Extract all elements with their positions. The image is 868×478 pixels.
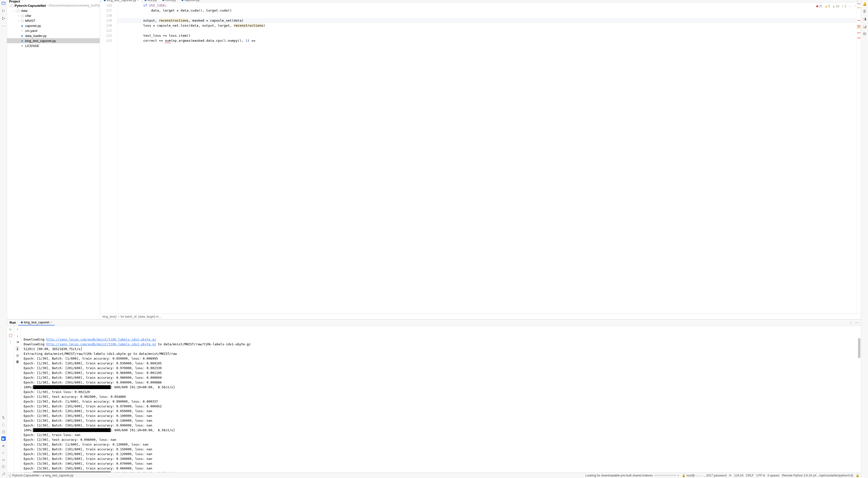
line-number[interactable]: 119 bbox=[100, 18, 112, 23]
tree-file-kingtest[interactable]: ● king_test_capsnet.py bbox=[7, 38, 100, 43]
right-tool-rail: 🔔 🗄 ◨ 📊 Ⓜ bbox=[861, 0, 868, 478]
python-packages-icon[interactable]: ◫ bbox=[1, 429, 6, 434]
python-file-icon: ● bbox=[20, 24, 24, 28]
more-tabs-icon[interactable]: ⋮ bbox=[856, 0, 859, 2]
chevron-right-icon[interactable]: › bbox=[17, 19, 20, 22]
scroll-up-icon[interactable]: ↑ bbox=[17, 327, 18, 331]
more-tool-icon[interactable]: ⋯ bbox=[1, 24, 6, 28]
interpreter-info[interactable]: Remote Python 3.8.16 (sf…/opt/conda/bin/… bbox=[782, 474, 853, 477]
scroll-down-icon[interactable]: ↓ bbox=[17, 334, 18, 338]
commit-icon[interactable]: ◌ bbox=[1, 422, 6, 427]
code-content[interactable]: if USE_CUDA: data, target = data.cuda(),… bbox=[118, 2, 857, 314]
tree-file-cm[interactable]: ◦ cm.yaml bbox=[7, 28, 100, 33]
tree-label: data_loader.py bbox=[25, 34, 46, 38]
status-breadcrumb-file: king_test_capsnet.py bbox=[45, 474, 74, 477]
tree-label: LICENSE bbox=[25, 44, 39, 48]
line-number[interactable]: 118 bbox=[100, 13, 112, 18]
tab-label: capsnet.py bbox=[184, 0, 199, 2]
progress-bar bbox=[654, 475, 677, 476]
services-icon[interactable]: ≣ bbox=[1, 443, 6, 448]
line-number[interactable]: 116 bbox=[100, 3, 112, 8]
structure-tool-icon[interactable] bbox=[1, 16, 6, 21]
sync-icon[interactable]: ⇅ bbox=[1, 415, 6, 420]
editor-tab-conv[interactable]: conv.py bbox=[160, 0, 179, 2]
tree-file-capsnet[interactable]: ● capsnet.py bbox=[7, 23, 100, 28]
problems-icon[interactable]: ▭ bbox=[1, 457, 6, 462]
scroll-to-end-icon[interactable]: ⤓ bbox=[16, 346, 19, 351]
folder-icon: ▢ bbox=[10, 3, 13, 7]
minimize-icon[interactable]: — bbox=[855, 321, 859, 324]
editor-tab-kingtest[interactable]: king_test_capsnet.py × bbox=[101, 0, 142, 2]
editor-tab-test[interactable]: test.py bbox=[142, 0, 160, 2]
terminal-icon[interactable]: ⌂ bbox=[1, 450, 6, 455]
line-number[interactable]: 123 bbox=[100, 38, 112, 43]
soft-wrap-icon[interactable]: ⇥ bbox=[16, 340, 19, 344]
tree-file-license[interactable]: ≡ LICENSE bbox=[7, 43, 100, 48]
background-task[interactable]: Looking for downloadable pre-built share… bbox=[586, 474, 679, 477]
indent-info[interactable]: 4 spaces bbox=[767, 474, 779, 477]
status-breadcrumb[interactable]: ▢ Pytorch-CapsuleNet › ● king_test_capsn… bbox=[8, 474, 73, 477]
file-encoding[interactable]: UTF-8 bbox=[756, 474, 765, 477]
more-actions-icon[interactable]: ⋮ bbox=[8, 340, 12, 344]
project-tool-icon[interactable] bbox=[1, 1, 6, 5]
editor-area: king_test_capsnet.py × test.py conv.py c… bbox=[100, 0, 861, 319]
line-number[interactable]: 121 bbox=[100, 28, 112, 33]
remote-indicator[interactable]: 🔒 root@········· …2017 password bbox=[682, 474, 727, 477]
python-file-icon bbox=[145, 0, 147, 1]
error-stripe[interactable] bbox=[857, 2, 861, 314]
notifications-icon[interactable]: 🔔 bbox=[863, 1, 867, 6]
remote-label: root@········· …2017 password bbox=[687, 474, 727, 477]
line-number[interactable]: 122 bbox=[100, 33, 112, 38]
cursor-position[interactable]: 119:24 bbox=[734, 474, 743, 477]
console-output[interactable]: Downloading http://yann.lecun.com/exdb/m… bbox=[21, 326, 861, 473]
chevron-up-icon[interactable]: ︿ bbox=[849, 4, 852, 8]
plots-icon[interactable]: 📊 bbox=[863, 24, 867, 29]
breadcrumb-item[interactable]: for batch_id, (data, target) in… bbox=[121, 315, 162, 318]
print-icon[interactable]: ⎙ bbox=[17, 354, 19, 357]
run-tool-icon[interactable]: ▶ bbox=[1, 436, 6, 441]
chevron-right-icon[interactable]: › bbox=[17, 14, 20, 17]
tree-file-dataloader[interactable]: ● data_loader.py bbox=[7, 33, 100, 38]
close-icon[interactable]: × bbox=[137, 0, 139, 2]
editor-tab-capsnet[interactable]: capsnet.py bbox=[179, 0, 202, 2]
warning-count: 5 bbox=[828, 4, 830, 8]
sciview-icon[interactable]: ◨ bbox=[863, 17, 867, 21]
vcs-icon[interactable]: ⎇ bbox=[1, 472, 6, 476]
line-separator[interactable]: CRLF bbox=[746, 474, 754, 477]
lock-icon[interactable]: 🔒 bbox=[856, 474, 860, 477]
assistant-icon[interactable]: Ⓜ bbox=[863, 32, 867, 36]
tree-root[interactable]: ⌄ ▢ Pytorch-CapsuleNet ~/Documents/opens… bbox=[7, 3, 100, 8]
error-count: 25 bbox=[819, 4, 822, 8]
more-icon[interactable]: ⋮ bbox=[849, 321, 853, 324]
editor-tabs: king_test_capsnet.py × test.py conv.py c… bbox=[100, 0, 861, 2]
clear-icon[interactable]: 🗑 bbox=[16, 360, 19, 364]
line-number[interactable]: 120 bbox=[100, 23, 112, 28]
line-gutter[interactable]: 116 117 118 119 120 121 122 123 bbox=[100, 2, 118, 314]
inspection-widget[interactable]: 25 ▲5 ▲10 ✓2 ︿ ﹀ bbox=[815, 3, 859, 9]
bookmarks-tool-icon[interactable] bbox=[1, 8, 6, 13]
close-icon[interactable]: × bbox=[678, 474, 679, 477]
rerun-icon[interactable]: ↻ bbox=[8, 327, 12, 331]
tree-folder-cifar[interactable]: › ▢ cifar bbox=[7, 13, 100, 18]
weak-warning-icon: ▲ bbox=[832, 4, 835, 8]
tree-label: data bbox=[21, 9, 27, 12]
code-breadcrumb[interactable]: king_test() › for batch_id, (data, targe… bbox=[100, 314, 861, 319]
code-editor[interactable]: 116 117 118 119 120 121 122 123 if USE_C… bbox=[100, 2, 861, 314]
line-number[interactable]: 117 bbox=[100, 8, 112, 13]
breadcrumb-item[interactable]: king_test() bbox=[102, 315, 117, 318]
scrollbar-thumb[interactable] bbox=[858, 338, 861, 358]
chevron-down-icon[interactable]: ⌄ bbox=[12, 9, 16, 12]
project-tree[interactable]: ⌄ ▢ Pytorch-CapsuleNet ~/Documents/opens… bbox=[7, 2, 100, 319]
info-icon[interactable]: ⓘ bbox=[1, 465, 6, 469]
yaml-file-icon: ◦ bbox=[20, 29, 24, 33]
close-icon[interactable]: × bbox=[50, 321, 52, 324]
deployment-icon[interactable]: ⟳ bbox=[729, 474, 732, 477]
database-icon[interactable]: 🗄 bbox=[863, 9, 867, 13]
chevron-down-icon[interactable]: ⌄ bbox=[8, 4, 10, 7]
tree-folder-data[interactable]: ⌄ ▢ data bbox=[7, 8, 100, 13]
tree-label: MNIST bbox=[25, 19, 35, 23]
svg-point-2 bbox=[2, 11, 3, 12]
run-config-tab[interactable]: king_test_capsnet × bbox=[18, 320, 55, 325]
stop-icon[interactable] bbox=[9, 334, 12, 337]
tree-folder-mnist[interactable]: › ▢ MNIST bbox=[7, 18, 100, 23]
